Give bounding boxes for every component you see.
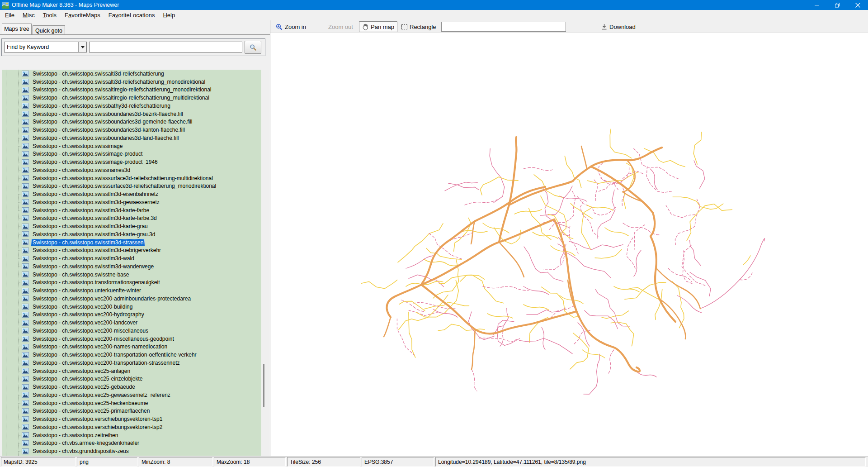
restore-button[interactable] xyxy=(827,0,848,10)
tree-item[interactable]: Swisstopo - ch.swisstopo.vec25-anlagen xyxy=(2,367,261,375)
tree-item[interactable]: Swisstopo - ch.swisstopo.swisstlm3d-kart… xyxy=(2,206,261,214)
tree-item-label: Swisstopo - ch.swisstopo.zeitreihen xyxy=(31,432,119,439)
toolbar-input[interactable] xyxy=(441,22,566,32)
tree-item[interactable]: Swisstopo - ch.swisstopo.swisstne-base xyxy=(2,271,261,279)
tree-item[interactable]: Swisstopo - ch.swisstopo.swissbathy3d-re… xyxy=(2,102,261,110)
tree-item-label: Swisstopo - ch.swisstopo.vec200-transpor… xyxy=(31,359,181,367)
tree-item[interactable]: Swisstopo - ch.swisstopo.swissboundaries… xyxy=(2,110,261,118)
tree-item[interactable]: Swisstopo - ch.swisstopo.swissaltiregio-… xyxy=(2,94,261,102)
status-maps-id: MapsID: 3925 xyxy=(1,457,75,467)
tree-item[interactable]: Swisstopo - ch.swisstopo.vec200-transpor… xyxy=(2,351,261,359)
tree-item[interactable]: Swisstopo - ch.swisstopo.swisstlm3d-wand… xyxy=(2,262,261,271)
road-segment xyxy=(675,199,700,245)
tree-item[interactable]: Swisstopo - ch.swisstopo.swisstlm3d-eise… xyxy=(2,190,261,198)
map-layer-icon xyxy=(22,448,29,454)
tree-item[interactable]: Swisstopo - ch.swisstopo.vec25-gebaeude xyxy=(2,383,261,391)
map-layer-icon xyxy=(22,432,29,438)
tree-item[interactable]: Swisstopo - ch.swisstopo.swisstlm3d-kart… xyxy=(2,222,261,230)
tree-item[interactable]: Swisstopo - ch.swisstopo.swisstlm3d-kart… xyxy=(2,214,261,223)
search-input[interactable] xyxy=(89,42,242,52)
tree-item[interactable]: Swisstopo - ch.swisstopo.vec200-adminbou… xyxy=(2,295,261,303)
tree-item-label: Swisstopo - ch.swisstopo.vec200-transpor… xyxy=(31,351,198,358)
tab-quick-goto[interactable]: Quick goto xyxy=(33,25,65,34)
tree-item[interactable]: Swisstopo - ch.swisstopo.vec200-transpor… xyxy=(2,359,261,367)
tree-item-label: Swisstopo - ch.swisstopo.swisstlm3d-uebr… xyxy=(31,247,162,254)
tree-item[interactable]: Swisstopo - ch.swisstopo.swissalti3d-rel… xyxy=(2,78,261,86)
map-layer-icon xyxy=(22,272,29,277)
tree-item[interactable]: Swisstopo - ch.swisstopo.swisssurface3d-… xyxy=(2,174,261,182)
tree-item-label: Swisstopo - ch.swisstopo.swisstlm3d-wand… xyxy=(31,263,155,270)
tree-item[interactable]: Swisstopo - ch.swisstopo.vec25-primaerfl… xyxy=(2,407,261,415)
menu-tools[interactable]: Tools xyxy=(39,10,61,20)
tree-item[interactable]: Swisstopo - ch.swisstopo.vec200-miscella… xyxy=(2,335,261,343)
tree-item[interactable]: Swisstopo - ch.swisstopo.swisstlm3d-uebr… xyxy=(2,247,261,255)
tree-item[interactable]: Swisstopo - ch.swisstopo.swissimage xyxy=(2,142,261,150)
tree-item[interactable]: Swisstopo - ch.swisstopo.swissboundaries… xyxy=(2,118,261,126)
map-canvas[interactable] xyxy=(270,33,868,456)
close-button[interactable] xyxy=(848,0,868,10)
map-layer-icon xyxy=(22,368,29,374)
chevron-down-icon[interactable] xyxy=(78,42,86,52)
tab-maps-tree[interactable]: Maps tree xyxy=(2,24,32,34)
tree-item[interactable]: Swisstopo - ch.swisstopo.vec25-heckenbae… xyxy=(2,399,261,407)
road-segment xyxy=(361,280,397,289)
tree-item-label: Swisstopo - ch.swisstopo.swissimage-prod… xyxy=(31,158,159,166)
tree-item[interactable]: Swisstopo - ch.swisstopo.vec200-landcove… xyxy=(2,319,261,327)
tree-item-label: Swisstopo - ch.swisstopo.swissaltiregio-… xyxy=(31,94,211,101)
tree-item[interactable]: Swisstopo - ch.swisstopo.swissnames3d xyxy=(2,166,261,174)
tree-item[interactable]: Swisstopo - ch.swisstopo.swissimage-prod… xyxy=(2,150,261,158)
tree-item[interactable]: Swisstopo - ch.swisstopo.vec25-gewaesser… xyxy=(2,391,261,399)
status-epsg: EPSG:3857 xyxy=(362,457,434,467)
road-segment xyxy=(460,275,504,303)
tree-item-label: Swisstopo - ch.swisstopo.swisssurface3d-… xyxy=(31,182,217,190)
road-segment xyxy=(683,251,692,284)
tree-item[interactable]: Swisstopo - ch.vbs.logistikraeume-armeel… xyxy=(2,455,261,456)
road-segment xyxy=(595,249,622,258)
tree-item-label: Swisstopo - ch.swisstopo.swisssurface3d-… xyxy=(31,175,214,182)
tree-item[interactable]: Swisstopo - ch.swisstopo.verschiebungsve… xyxy=(2,415,261,423)
tree-item[interactable]: Swisstopo - ch.swisstopo.vec200-hydrogra… xyxy=(2,311,261,319)
tree-scrollbar[interactable] xyxy=(262,70,269,456)
tree-item[interactable]: Swisstopo - ch.swisstopo.unterkuenfte-wi… xyxy=(2,286,261,295)
tree-item[interactable]: Swisstopo - ch.swisstopo.swissimage-prod… xyxy=(2,158,261,166)
tree-item[interactable]: Swisstopo - ch.swisstopo.swisstlm3d-wald xyxy=(2,254,261,262)
tree-item[interactable]: Swisstopo - ch.swisstopo.swissboundaries… xyxy=(2,134,261,142)
tree-scrollbar-thumb[interactable] xyxy=(263,364,264,407)
tree-item[interactable]: Swisstopo - ch.vbs.grunddispositiv-zeus xyxy=(2,447,261,455)
tree-item[interactable]: Swisstopo - ch.swisstopo.swisssurface3d-… xyxy=(2,182,261,191)
tree-item[interactable]: Swisstopo - ch.swisstopo.transformations… xyxy=(2,279,261,287)
tree-item[interactable]: Swisstopo - ch.swisstopo.swissaltiregio-… xyxy=(2,86,261,94)
menu-help[interactable]: Help xyxy=(159,10,179,20)
pan-map-button[interactable]: Pan map xyxy=(359,21,397,32)
tree-item[interactable]: Swisstopo - ch.swisstopo.verschiebungsve… xyxy=(2,423,261,431)
tree-item[interactable]: Swisstopo - ch.swisstopo.zeitreihen xyxy=(2,431,261,439)
tree-item-label: Swisstopo - ch.swisstopo.transformations… xyxy=(31,279,161,286)
tree-item[interactable]: Swisstopo - ch.swisstopo.swisstlm3d-kart… xyxy=(2,230,261,238)
minimize-button[interactable] xyxy=(807,0,827,10)
road-segment xyxy=(519,338,572,354)
map-layer-icon xyxy=(22,288,29,294)
menu-misc[interactable]: Misc xyxy=(19,10,39,20)
tree-item[interactable]: Swisstopo - ch.swisstopo.vec25-einzelobj… xyxy=(2,375,261,383)
status-coordinates: Longitude=10.294189, Latitude=47.111261,… xyxy=(435,457,866,467)
map-layer-icon xyxy=(22,127,29,133)
find-mode-select[interactable]: Find by Keyword xyxy=(4,42,87,52)
tree-item[interactable]: Swisstopo - ch.swisstopo.vec200-building xyxy=(2,303,261,311)
download-button[interactable]: Download xyxy=(599,21,638,32)
map-layer-icon xyxy=(22,376,29,382)
menu-favoritemaps[interactable]: FavoriteMaps xyxy=(61,10,104,20)
tree-item[interactable]: Swisstopo - ch.swisstopo.vec200-miscella… xyxy=(2,327,261,335)
tree-item[interactable]: Swisstopo - ch.swisstopo.vec200-names-na… xyxy=(2,343,261,351)
road-segment xyxy=(673,197,723,209)
menu-favoritelocations[interactable]: FavoriteLocations xyxy=(104,10,159,20)
map-panel: Zoom in Zoom out Pan map Rectangle Downl… xyxy=(270,20,868,456)
tree-item[interactable]: Swisstopo - ch.vbs.armee-kriegsdenkmaele… xyxy=(2,439,261,448)
tree-item[interactable]: Swisstopo - ch.swisstopo.swissboundaries… xyxy=(2,126,261,134)
menu-file[interactable]: File xyxy=(1,10,19,20)
tree-item[interactable]: Swisstopo - ch.swisstopo.swisstlm3d-gewa… xyxy=(2,198,261,206)
tree-item[interactable]: Swisstopo - ch.swisstopo.swisstlm3d-stra… xyxy=(2,238,261,247)
tree-item[interactable]: Swisstopo - ch.swisstopo.swissalti3d-rel… xyxy=(2,70,261,78)
zoom-in-button[interactable]: Zoom in xyxy=(273,21,309,32)
search-button[interactable] xyxy=(245,41,261,54)
rectangle-button[interactable]: Rectangle xyxy=(399,21,439,32)
